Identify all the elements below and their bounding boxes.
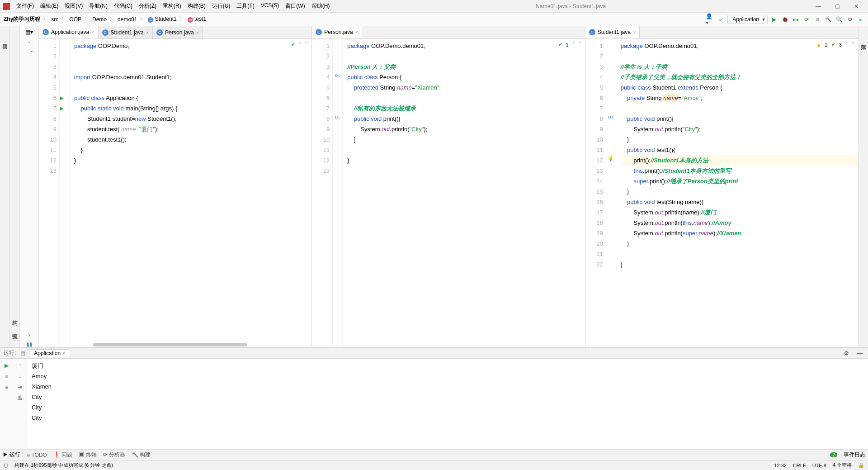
maximize-button[interactable]: ▢ [828,3,846,9]
up-icon[interactable]: ↑ [19,362,21,369]
editor-tab[interactable]: CStudent1.java× [585,26,640,38]
more-icon[interactable]: ▸ [856,15,865,24]
menu-item[interactable]: 视图(V) [62,1,85,11]
editor-tab[interactable]: CStudent1.java× [99,26,153,38]
breadcrumb[interactable]: Zhy的学习历程〉src〉OOP〉Demo〉demo01〉C Student1〉… [3,15,207,24]
breadcrumb-item[interactable]: src [50,16,59,23]
collapse-icon-2[interactable]: ⌄ [29,47,34,53]
menu-item[interactable]: 重构(R) [160,1,184,11]
breadcrumb-item[interactable]: OOP [68,16,82,23]
status-encoding[interactable]: UTF-8 [812,463,826,468]
run-tab-application[interactable]: Application × [30,349,69,357]
run-tab-icon: ▤ [20,350,25,356]
code-editor[interactable]: package OOP.Demo.demo01;//学生 is 人：子类//子类… [616,39,858,347]
add-user-icon[interactable]: 👤▾ [706,15,715,24]
print-icon[interactable]: 🖶 [17,395,23,401]
next-highlight-icon[interactable]: ˅ [305,42,308,47]
tool-hide-icon[interactable]: — [855,349,864,358]
close-tab-icon[interactable]: × [146,30,149,35]
bottom-tool-tab[interactable]: ≡ TODO [27,451,47,459]
editor-tab[interactable]: CPerson.java× [153,26,203,38]
prev-highlight-icon[interactable]: ˄ [572,42,575,47]
tool-settings-icon[interactable]: ⚙ [842,349,851,358]
close-tab-icon[interactable]: × [196,30,199,35]
build-tool-icon[interactable]: 🔨 [824,15,833,24]
collapse-icon[interactable]: ⌄ [27,38,32,44]
menu-item[interactable]: VCS(S) [258,1,282,11]
event-log-button[interactable]: 事件日志 [844,451,865,459]
exit-icon[interactable]: ≡ [5,384,8,390]
settings-icon[interactable]: ⚙ [845,15,854,24]
next-highlight-icon[interactable]: ˅ [579,42,581,47]
search-icon[interactable]: 🔍 [835,15,844,24]
debug-button[interactable]: 🐞 [780,15,789,24]
bottom-tool-tab[interactable]: ▶ 运行 [3,451,20,459]
menu-item[interactable]: 窗口(W) [283,1,307,11]
code-editor[interactable]: package OOP.Demo;import OOP.Demo.demo01.… [70,39,311,347]
rerun-icon[interactable]: ▶ [5,362,9,369]
gutter-icons[interactable]: o↑💡 [606,39,616,347]
line-number-gutter[interactable]: 12345678910111213 [312,39,333,347]
status-line-sep[interactable]: CRLF [793,463,806,468]
breadcrumb-item[interactable]: demo01 [117,16,138,23]
breadcrumb-item[interactable]: Zhy的学习历程 [3,15,41,24]
inspection-widget[interactable]: ▲2✔3˄˅ [816,42,854,47]
minimize-button[interactable]: — [809,3,827,9]
close-tab-icon[interactable]: × [91,29,94,35]
close-tab-icon[interactable]: × [633,29,636,35]
run-configuration-selector[interactable]: Application [727,15,768,24]
bottom-tool-tab[interactable]: ▣ 终端 [79,451,96,459]
stop-run-icon[interactable]: ■ [5,373,8,380]
gutter-icons[interactable]: o↓o↓ [333,39,343,347]
prev-highlight-icon[interactable]: ˄ [845,42,848,47]
update-icon[interactable]: ↙ [717,15,726,24]
run-button[interactable]: ▶ [769,15,778,24]
bottom-tool-tab[interactable]: 🔨 构建 [132,451,151,459]
breadcrumb-item[interactable]: C Student1 [147,15,177,23]
project-view-collapsed[interactable]: ▤▾ ⌄ ⌄ › ▮▮ [20,26,39,347]
editor-tab[interactable]: CPerson.java× [312,26,362,38]
override-icon[interactable]: o↑ [608,112,613,122]
menu-item[interactable]: 帮助(H) [309,1,333,11]
down-icon[interactable]: ↓ [19,373,21,380]
status-indent[interactable]: 4 个空格 [833,462,852,469]
expand-icon[interactable]: › [28,332,30,338]
status-caret-pos[interactable]: 12:32 [774,463,787,468]
profile-button[interactable]: ⟳ [802,15,811,24]
menu-item[interactable]: 文件(F) [14,1,37,11]
menu-item[interactable]: 分析(Z) [136,1,159,11]
next-highlight-icon[interactable]: ˅ [852,42,854,47]
coverage-button[interactable]: ▸◂ [791,15,800,24]
override-icon[interactable]: o↓ [335,70,340,81]
bottom-tool-tab[interactable]: ⟳ 分析器 [103,451,125,459]
bottom-tool-tab[interactable]: ❗ 问题 [53,451,72,459]
inspection-widget[interactable]: ✔˄˅ [291,42,308,47]
editor-tab[interactable]: CApplication.java× [39,26,99,38]
code-editor[interactable]: package OOP.Demo.demo01;//Person 人：父类pub… [343,39,585,347]
close-tab-icon[interactable]: × [355,29,358,35]
menu-item[interactable]: 编辑(E) [38,1,61,11]
line-number-gutter[interactable]: 12345678910111213141516171819202122 [585,39,606,347]
breadcrumb-item[interactable]: Demo [91,16,108,23]
override-icon[interactable]: o↓ [335,112,340,122]
prev-highlight-icon[interactable]: ˄ [299,42,302,47]
project-dropdown-icon[interactable]: ▤▾ [25,29,33,35]
menu-item[interactable]: 导航(N) [86,1,110,11]
intention-bulb-icon[interactable]: 💡 [608,153,614,164]
gutter-icons[interactable] [60,39,70,347]
console-output[interactable]: 厦门AmoyXiamenCityCityCity [27,359,868,449]
menu-item[interactable]: 工具(T) [234,1,257,11]
stop-button[interactable]: ■ [813,15,822,24]
wrap-icon[interactable]: ⇥ [18,384,22,390]
inspection-widget[interactable]: ✔1˄˅ [558,42,581,47]
close-window-button[interactable]: ✕ [847,3,865,9]
horizontal-scrollbar[interactable] [93,343,247,347]
status-lock-icon[interactable]: 🔒 [858,462,864,468]
menu-item[interactable]: 构建(B) [185,1,208,11]
menu-item[interactable]: 运行(U) [209,1,233,11]
menu-item[interactable]: 代码(C) [111,1,135,11]
status-window-icon[interactable]: ▢ [4,462,8,468]
breadcrumb-item[interactable]: m test1 [187,15,207,23]
line-number-gutter[interactable]: 12345678910111213 [39,39,60,347]
stats-icon[interactable]: ▮▮ [26,341,33,347]
